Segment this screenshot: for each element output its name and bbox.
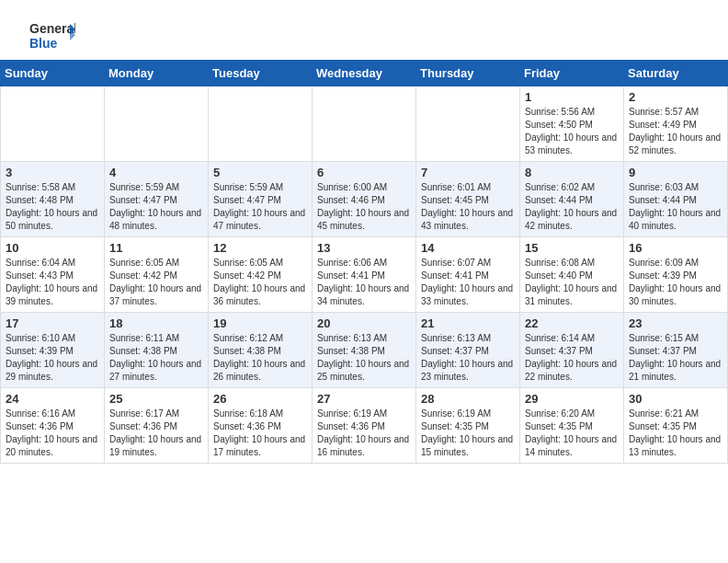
logo: General Blue bbox=[29, 17, 75, 55]
day-number: 26 bbox=[213, 392, 307, 406]
day-number: 10 bbox=[6, 241, 99, 255]
day-number: 8 bbox=[525, 166, 619, 179]
day-info: Sunrise: 6:11 AM Sunset: 4:38 PM Dayligh… bbox=[109, 332, 203, 384]
day-info: Sunrise: 5:56 AM Sunset: 4:50 PM Dayligh… bbox=[525, 106, 619, 157]
calendar-cell: 7Sunrise: 6:01 AM Sunset: 4:45 PM Daylig… bbox=[416, 162, 520, 237]
day-info: Sunrise: 5:58 AM Sunset: 4:48 PM Dayligh… bbox=[6, 181, 99, 233]
day-of-week-monday: Monday bbox=[105, 61, 209, 86]
calendar: SundayMondayTuesdayWednesdayThursdayFrid… bbox=[0, 60, 728, 464]
day-info: Sunrise: 6:07 AM Sunset: 4:41 PM Dayligh… bbox=[421, 257, 515, 308]
day-number: 29 bbox=[525, 392, 619, 406]
day-number: 2 bbox=[629, 90, 722, 104]
day-info: Sunrise: 6:12 AM Sunset: 4:38 PM Dayligh… bbox=[213, 332, 307, 384]
calendar-cell: 20Sunrise: 6:13 AM Sunset: 4:38 PM Dayli… bbox=[313, 313, 416, 388]
day-info: Sunrise: 6:15 AM Sunset: 4:37 PM Dayligh… bbox=[629, 332, 722, 384]
calendar-cell: 18Sunrise: 6:11 AM Sunset: 4:38 PM Dayli… bbox=[105, 313, 209, 388]
calendar-cell: 24Sunrise: 6:16 AM Sunset: 4:36 PM Dayli… bbox=[1, 388, 105, 464]
day-of-week-wednesday: Wednesday bbox=[313, 61, 416, 86]
day-info: Sunrise: 6:13 AM Sunset: 4:38 PM Dayligh… bbox=[317, 332, 411, 384]
calendar-cell: 17Sunrise: 6:10 AM Sunset: 4:39 PM Dayli… bbox=[1, 313, 105, 388]
day-info: Sunrise: 6:00 AM Sunset: 4:46 PM Dayligh… bbox=[317, 181, 411, 233]
day-number: 23 bbox=[629, 316, 722, 330]
calendar-cell: 6Sunrise: 6:00 AM Sunset: 4:46 PM Daylig… bbox=[313, 162, 416, 237]
day-number: 3 bbox=[6, 166, 99, 179]
day-info: Sunrise: 6:08 AM Sunset: 4:40 PM Dayligh… bbox=[525, 257, 619, 308]
day-info: Sunrise: 6:01 AM Sunset: 4:45 PM Dayligh… bbox=[421, 181, 515, 233]
calendar-cell: 26Sunrise: 6:18 AM Sunset: 4:36 PM Dayli… bbox=[209, 388, 313, 464]
calendar-cell bbox=[416, 86, 520, 162]
calendar-cell bbox=[313, 86, 416, 162]
svg-text:Blue: Blue bbox=[29, 36, 58, 51]
calendar-cell: 4Sunrise: 5:59 AM Sunset: 4:47 PM Daylig… bbox=[105, 162, 209, 237]
calendar-cell: 1Sunrise: 5:56 AM Sunset: 4:50 PM Daylig… bbox=[520, 86, 624, 162]
day-info: Sunrise: 6:05 AM Sunset: 4:42 PM Dayligh… bbox=[109, 257, 203, 308]
day-number: 9 bbox=[629, 166, 722, 179]
day-info: Sunrise: 6:02 AM Sunset: 4:44 PM Dayligh… bbox=[525, 181, 619, 233]
svg-text:General: General bbox=[29, 21, 75, 36]
calendar-cell: 30Sunrise: 6:21 AM Sunset: 4:35 PM Dayli… bbox=[624, 388, 728, 464]
day-number: 16 bbox=[629, 241, 722, 255]
day-number: 1 bbox=[525, 90, 619, 104]
day-of-week-thursday: Thursday bbox=[416, 61, 520, 86]
calendar-cell: 27Sunrise: 6:19 AM Sunset: 4:36 PM Dayli… bbox=[313, 388, 416, 464]
day-info: Sunrise: 6:06 AM Sunset: 4:41 PM Dayligh… bbox=[317, 257, 411, 308]
day-of-week-tuesday: Tuesday bbox=[209, 61, 313, 86]
calendar-cell bbox=[209, 86, 313, 162]
calendar-cell: 19Sunrise: 6:12 AM Sunset: 4:38 PM Dayli… bbox=[209, 313, 313, 388]
day-number: 21 bbox=[421, 316, 515, 330]
calendar-cell: 29Sunrise: 6:20 AM Sunset: 4:35 PM Dayli… bbox=[520, 388, 624, 464]
calendar-cell bbox=[105, 86, 209, 162]
calendar-cell: 25Sunrise: 6:17 AM Sunset: 4:36 PM Dayli… bbox=[105, 388, 209, 464]
calendar-cell: 2Sunrise: 5:57 AM Sunset: 4:49 PM Daylig… bbox=[624, 86, 728, 162]
calendar-cell: 21Sunrise: 6:13 AM Sunset: 4:37 PM Dayli… bbox=[416, 313, 520, 388]
day-info: Sunrise: 6:17 AM Sunset: 4:36 PM Dayligh… bbox=[109, 408, 203, 459]
day-info: Sunrise: 5:59 AM Sunset: 4:47 PM Dayligh… bbox=[109, 181, 203, 233]
calendar-cell bbox=[1, 86, 105, 162]
day-info: Sunrise: 6:19 AM Sunset: 4:36 PM Dayligh… bbox=[317, 408, 411, 459]
day-info: Sunrise: 6:16 AM Sunset: 4:36 PM Dayligh… bbox=[6, 408, 99, 459]
day-number: 18 bbox=[109, 316, 203, 330]
calendar-cell: 22Sunrise: 6:14 AM Sunset: 4:37 PM Dayli… bbox=[520, 313, 624, 388]
calendar-cell: 12Sunrise: 6:05 AM Sunset: 4:42 PM Dayli… bbox=[209, 237, 313, 313]
day-number: 13 bbox=[317, 241, 411, 255]
day-number: 25 bbox=[109, 392, 203, 406]
calendar-cell: 5Sunrise: 5:59 AM Sunset: 4:47 PM Daylig… bbox=[209, 162, 313, 237]
calendar-cell: 9Sunrise: 6:03 AM Sunset: 4:44 PM Daylig… bbox=[624, 162, 728, 237]
day-of-week-sunday: Sunday bbox=[1, 61, 105, 86]
day-info: Sunrise: 6:03 AM Sunset: 4:44 PM Dayligh… bbox=[629, 181, 722, 233]
day-info: Sunrise: 5:57 AM Sunset: 4:49 PM Dayligh… bbox=[629, 106, 722, 157]
day-info: Sunrise: 6:18 AM Sunset: 4:36 PM Dayligh… bbox=[213, 408, 307, 459]
day-number: 28 bbox=[421, 392, 515, 406]
calendar-cell: 14Sunrise: 6:07 AM Sunset: 4:41 PM Dayli… bbox=[416, 237, 520, 313]
day-number: 19 bbox=[213, 316, 307, 330]
day-number: 4 bbox=[109, 166, 203, 179]
day-info: Sunrise: 6:04 AM Sunset: 4:43 PM Dayligh… bbox=[6, 257, 99, 308]
calendar-cell: 11Sunrise: 6:05 AM Sunset: 4:42 PM Dayli… bbox=[105, 237, 209, 313]
day-number: 6 bbox=[317, 166, 411, 179]
calendar-cell: 15Sunrise: 6:08 AM Sunset: 4:40 PM Dayli… bbox=[520, 237, 624, 313]
day-info: Sunrise: 6:10 AM Sunset: 4:39 PM Dayligh… bbox=[6, 332, 99, 384]
calendar-cell: 13Sunrise: 6:06 AM Sunset: 4:41 PM Dayli… bbox=[313, 237, 416, 313]
day-number: 12 bbox=[213, 241, 307, 255]
day-info: Sunrise: 6:21 AM Sunset: 4:35 PM Dayligh… bbox=[629, 408, 722, 459]
day-of-week-saturday: Saturday bbox=[624, 61, 728, 86]
day-number: 5 bbox=[213, 166, 307, 179]
day-info: Sunrise: 6:13 AM Sunset: 4:37 PM Dayligh… bbox=[421, 332, 515, 384]
day-number: 14 bbox=[421, 241, 515, 255]
day-number: 22 bbox=[525, 316, 619, 330]
day-info: Sunrise: 6:14 AM Sunset: 4:37 PM Dayligh… bbox=[525, 332, 619, 384]
calendar-cell: 16Sunrise: 6:09 AM Sunset: 4:39 PM Dayli… bbox=[624, 237, 728, 313]
day-info: Sunrise: 6:09 AM Sunset: 4:39 PM Dayligh… bbox=[629, 257, 722, 308]
calendar-cell: 28Sunrise: 6:19 AM Sunset: 4:35 PM Dayli… bbox=[416, 388, 520, 464]
day-number: 27 bbox=[317, 392, 411, 406]
day-number: 20 bbox=[317, 316, 411, 330]
calendar-cell: 8Sunrise: 6:02 AM Sunset: 4:44 PM Daylig… bbox=[520, 162, 624, 237]
day-number: 11 bbox=[109, 241, 203, 255]
logo-icon: General Blue bbox=[29, 17, 75, 55]
day-info: Sunrise: 5:59 AM Sunset: 4:47 PM Dayligh… bbox=[213, 181, 307, 233]
calendar-cell: 23Sunrise: 6:15 AM Sunset: 4:37 PM Dayli… bbox=[624, 313, 728, 388]
calendar-cell: 10Sunrise: 6:04 AM Sunset: 4:43 PM Dayli… bbox=[1, 237, 105, 313]
day-number: 24 bbox=[6, 392, 99, 406]
day-of-week-friday: Friday bbox=[520, 61, 624, 86]
day-number: 17 bbox=[6, 316, 99, 330]
